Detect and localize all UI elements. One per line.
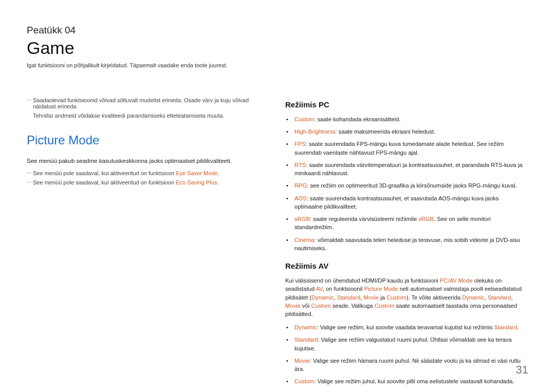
highlight-term: Custom [375,303,395,309]
chapter-label: Peatükk 04 [27,25,528,36]
mode-name: Standard [294,337,318,343]
note-eye-saver: See menüü pole saadaval, kui aktiveeritu… [27,170,261,176]
heading-mode-av: Režiimis AV [285,262,527,270]
page-title: Game [27,38,528,58]
mode-name: AOS [294,195,307,201]
highlight-term: Standard [337,294,360,301]
note-text: See menüü pole saadaval, kui aktiveeritu… [33,170,176,176]
right-column: Režiimis PC Custom: saate kohandada ekra… [285,97,527,390]
av-mode-list: Dynamic: Valige see režiim, kui soovite … [285,323,527,385]
mode-name: Movie [294,358,310,364]
mode-name: Cinema [294,237,314,243]
list-item: Dynamic: Valige see režiim, kui soovite … [292,323,527,331]
note-availability-sub: Tehnilisi andmeid võidakse kvaliteedi pa… [27,113,261,119]
page-subtitle: Igat funktsiooni on põhjalikult kirjelda… [27,62,528,68]
two-column-layout: Saadaolevad funktsioonid võivad sõltuval… [27,97,528,390]
list-item: Custom: saate kohandada ekraanisätteid. [292,115,527,123]
highlight-term: Dynamic [462,294,485,301]
list-item: RPG: see režiim on optimeeritud 3D-graaf… [292,181,527,190]
highlight-eco-saving: Eco Saving Plus [176,179,217,185]
mode-name: sRGB [294,216,310,222]
left-column: Saadaolevad funktsioonid võivad sõltuval… [27,97,261,390]
note-text: See menüü pole saadaval, kui aktiveeritu… [33,179,176,185]
list-item: AOS: saate suurendada kontrastsussuhet, … [292,194,527,211]
list-item: FPS: saate suurendada FPS-mängu kuva tum… [292,140,527,156]
highlight-eye-saver: Eye Saver Mode [176,170,217,176]
section-heading-picture-mode: Picture Mode [27,133,261,147]
mode-name: High-Brightness [294,128,336,135]
mode-name: Standard [494,324,517,330]
highlight-term: Custom [311,303,331,309]
heading-mode-pc: Režiimis PC [285,100,527,109]
highlight-term: Dynamic [311,294,334,301]
note-availability: Saadaolevad funktsioonid võivad sõltuval… [27,97,261,109]
manual-page: Peatükk 04 Game Igat funktsiooni on põhj… [0,0,555,392]
list-item: Movie: Valige see režiim hämara ruumi pu… [292,357,527,373]
picture-mode-description: See menüü pakub seadme kasutuskeskkonna … [27,157,261,165]
mode-name: Custom [294,116,314,122]
highlight-term: Custom [386,294,406,301]
page-number: 31 [516,363,528,377]
note-eco-saving: See menüü pole saadaval, kui aktiveeritu… [27,179,261,185]
av-block: Režiimis AV Kui välissisend on ühendatud… [285,262,527,386]
av-intro-paragraph: Kui välissisend on ühendatud HDMI/DP kau… [285,276,527,318]
list-item: Custom: Valige see režiim juhul, kui soo… [292,377,527,385]
pc-mode-list: Custom: saate kohandada ekraanisätteid.H… [285,115,527,252]
highlight-term: PC/AV Mode [440,277,473,284]
highlight-term: AV [316,286,323,292]
list-item: RTS: saate suurendada värvitemperatuuri … [292,161,527,177]
list-item: Standard: Valige see režiim valgustatud … [292,335,527,352]
highlight-term: Standard [488,294,511,301]
mode-name: FPS [294,141,306,147]
highlight-term: Movie [285,303,301,309]
mode-name: RTS [294,162,306,168]
mode-name: Dynamic [294,324,317,330]
highlight-term: Movie [363,294,379,301]
highlight-term: Picture Mode [364,286,398,292]
list-item: Cinema: võimaldab saavutada teleri heled… [292,236,527,252]
mode-name: RPG [294,182,307,189]
mode-name: sRGB [418,216,434,222]
mode-name: Custom [294,378,314,384]
list-item: sRGB: saate reguleerida värvisüsteemi re… [292,215,527,231]
list-item: High-Brightness: saate maksimeerida ekra… [292,127,527,136]
